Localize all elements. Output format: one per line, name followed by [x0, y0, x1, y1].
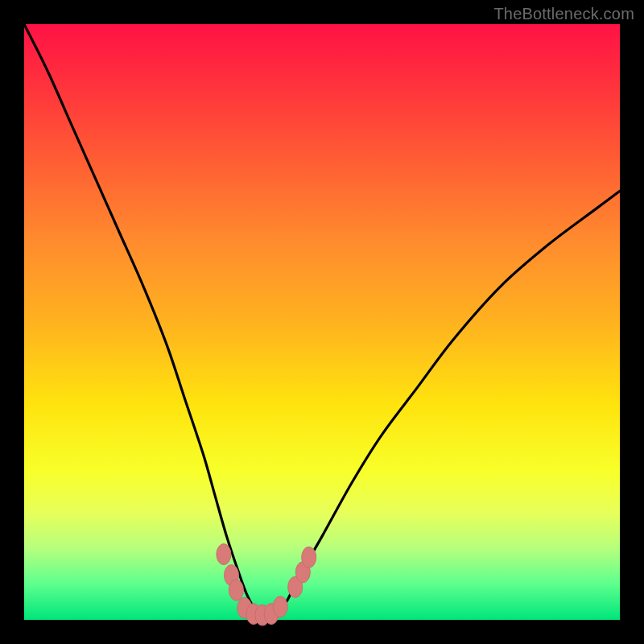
plot-area — [24, 24, 620, 620]
bottleneck-curve — [24, 24, 620, 615]
marker-group — [217, 544, 316, 626]
curve-marker — [273, 597, 287, 617]
curve-marker — [217, 544, 231, 565]
svg-point-10 — [302, 547, 316, 568]
curve-marker — [302, 547, 316, 568]
watermark-text: TheBottleneck.com — [493, 5, 634, 23]
curve-svg — [24, 24, 620, 620]
svg-point-0 — [217, 544, 231, 565]
chart-frame: TheBottleneck.com — [0, 0, 644, 644]
curve-marker — [229, 580, 243, 601]
svg-point-2 — [229, 580, 243, 601]
svg-point-7 — [273, 597, 287, 617]
